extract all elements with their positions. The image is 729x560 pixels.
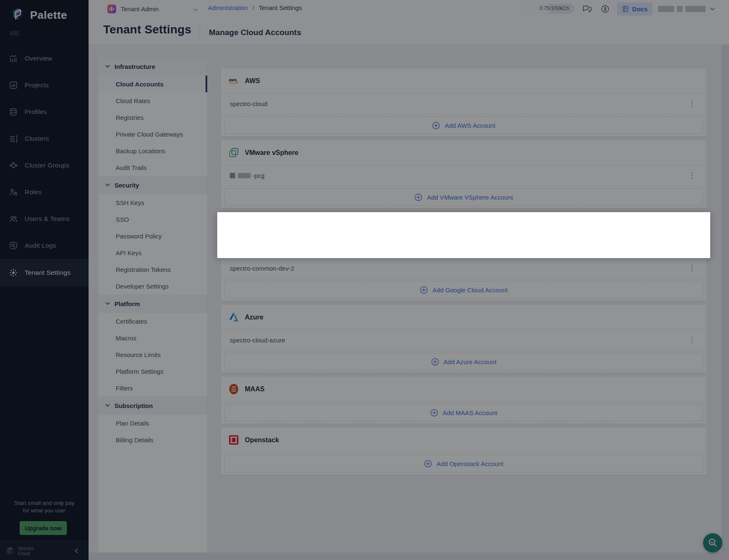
dim-overlay (0, 212, 217, 258)
dim-overlay (710, 212, 729, 258)
dim-overlay (0, 258, 729, 560)
tour-spotlight-box (217, 212, 710, 258)
dim-overlay (0, 0, 729, 212)
